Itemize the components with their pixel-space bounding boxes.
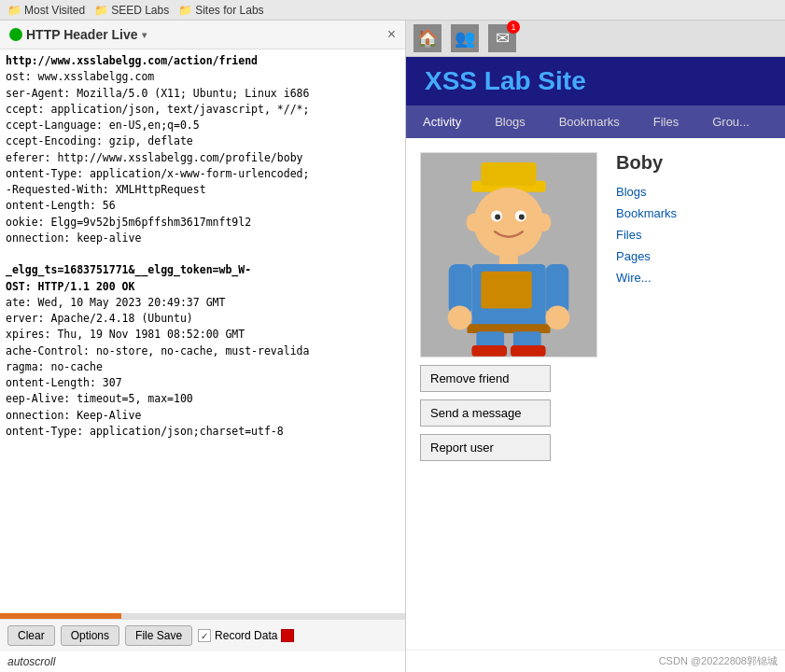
nav-files[interactable]: Files [637,105,695,138]
http-line-3: ccept: application/json, text/javascript… [6,102,400,118]
bookmark-most-visited[interactable]: 📁 Most Visited [7,4,85,17]
profile-link-blogs[interactable]: Blogs [616,183,771,201]
main-area: HTTP Header Live ▾ × http://www.xsslabel… [0,21,785,672]
profile-links: Blogs Bookmarks Files Pages Wire... [616,183,771,287]
svg-point-9 [537,213,552,231]
http-line-10: ookie: Elgg=9v52bj5m6pffshm3617mnft9l2 [6,215,400,231]
home-icon[interactable]: 🏠 [414,24,442,52]
record-active-indicator[interactable] [281,629,294,642]
site-header-bar: 🏠 👥 ✉ 1 [406,21,785,57]
svg-point-8 [466,213,481,231]
file-save-button[interactable]: File Save [125,625,192,646]
http-line-6: eferer: http://www.xsslabelgg.com/profil… [6,150,400,166]
http-line-2: ser-Agent: Mozilla/5.0 (X11; Ubuntu; Lin… [6,86,400,102]
remove-friend-button[interactable]: Remove friend [420,365,551,392]
browser-toolbar: 📁 Most Visited 📁 SEED Labs 📁 Sites for L… [0,0,785,21]
http-line-7: ontent-Type: application/x-www-form-urle… [6,166,400,182]
http-line-20: ontent-Length: 307 [6,375,400,391]
nav-blogs[interactable]: Blogs [478,105,542,138]
folder-icon: 📁 [7,4,21,17]
bookmark-sites-for-labs[interactable]: 📁 Sites for Labs [178,4,263,17]
panel-footer: Clear Options File Save ✓ Record Data [0,619,405,651]
svg-point-17 [546,305,570,329]
svg-point-7 [519,214,525,219]
panel-title-text: HTTP Header Live [26,27,138,42]
http-line-1: ost: www.xsslabelgg.com [6,69,400,85]
folder-icon: 📁 [94,4,108,17]
http-line-22: onnection: Keep-Alive [6,408,400,424]
http-line-4: ccept-Language: en-US,en;q=0.5 [6,118,400,133]
svg-rect-12 [481,272,531,309]
http-line-23: ontent-Type: application/json;charset=ut… [6,424,400,440]
profile-name: Boby [616,152,771,174]
people-icon[interactable]: 👥 [451,24,479,52]
http-line-17: xpires: Thu, 19 Nov 1981 08:52:00 GMT [6,327,400,343]
http-header-panel: HTTP Header Live ▾ × http://www.xsslabel… [0,21,406,672]
panel-title: HTTP Header Live ▾ [9,27,147,42]
http-line-16: erver: Apache/2.4.18 (Ubuntu) [6,311,400,327]
xss-lab-panel: 🏠 👥 ✉ 1 XSS Lab Site Activity Blogs Book… [406,21,785,672]
nav-bookmarks[interactable]: Bookmarks [542,105,637,138]
profile-link-bookmarks[interactable]: Bookmarks [616,204,771,222]
profile-right: Boby Blogs Bookmarks Files Pages Wire... [616,152,771,636]
bookmark-label: Sites for Labs [195,4,263,17]
record-data-checkbox[interactable]: ✓ [198,629,211,642]
http-line-19: ragma: no-cache [6,359,400,375]
watermark: CSDN @20222808郭锦城 [406,650,785,672]
profile-image [420,152,597,357]
profile-link-pages[interactable]: Pages [616,247,771,265]
send-message-button[interactable]: Send a message [420,399,551,427]
record-data-label: ✓ Record Data [198,629,294,642]
options-button[interactable]: Options [61,625,119,646]
bookmark-label: Most Visited [24,4,85,17]
autoscroll-label: autoscroll [0,651,405,672]
profile-link-wire[interactable]: Wire... [616,269,771,287]
svg-point-3 [473,188,543,258]
svg-point-6 [495,214,500,219]
svg-rect-21 [511,345,546,357]
nav-groups[interactable]: Grou... [695,105,766,138]
progress-bar-area [0,613,405,619]
http-line-13: _elgg_ts=1683751771&__elgg_token=wb_W- [6,262,400,278]
close-button[interactable]: × [387,26,396,43]
http-line-11: onnection: keep-alive [6,231,400,246]
http-line-9: ontent-Length: 56 [6,198,400,214]
clear-button[interactable]: Clear [7,625,55,646]
panel-header: HTTP Header Live ▾ × [0,21,405,49]
folder-icon: 📁 [178,4,192,17]
dropdown-arrow-icon[interactable]: ▾ [142,30,147,40]
progress-bar [0,613,121,619]
site-nav: Activity Blogs Bookmarks Files Grou... [406,105,785,138]
http-line-14: OST: HTTP/1.1 200 OK [6,279,400,295]
http-line-15: ate: Wed, 10 May 2023 20:49:37 GMT [6,295,400,311]
profile-link-files[interactable]: Files [616,226,771,244]
logo-dot [9,28,22,41]
http-content: http://www.xsslabelgg.com/action/friend … [0,49,405,613]
bookmark-seed-labs[interactable]: 📁 SEED Labs [94,4,169,17]
report-user-button[interactable]: Report user [420,434,551,461]
http-line-12 [6,246,400,262]
site-title: XSS Lab Site [406,57,785,105]
site-content: Remove friend Send a message Report user… [406,138,785,650]
svg-rect-2 [481,162,536,186]
http-line-18: ache-Control: no-store, no-cache, must-r… [6,343,400,359]
profile-left: Remove friend Send a message Report user [420,152,597,636]
http-line-8: -Requested-With: XMLHttpRequest [6,182,400,198]
svg-point-16 [448,305,472,329]
http-line-5: ccept-Encoding: gzip, deflate [6,133,400,149]
nav-activity[interactable]: Activity [406,105,478,138]
record-data-text: Record Data [215,629,277,642]
bookmark-label: SEED Labs [111,4,169,17]
http-line-0: http://www.xsslabelgg.com/action/friend [6,53,400,69]
mail-badge: 1 [507,21,520,34]
mail-icon[interactable]: ✉ 1 [488,24,516,52]
http-line-21: eep-Alive: timeout=5, max=100 [6,391,400,407]
svg-rect-20 [471,345,507,357]
